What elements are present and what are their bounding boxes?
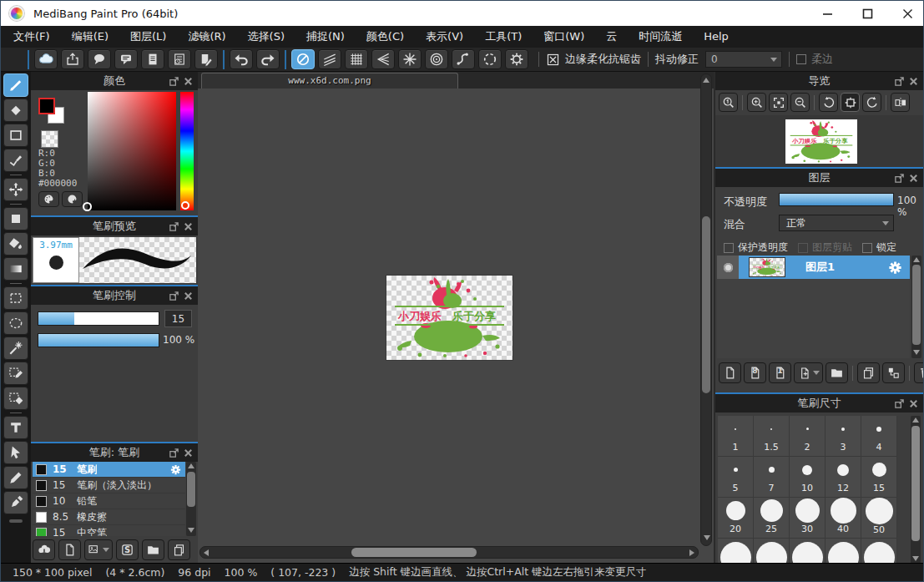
menu-layer[interactable]: 图层(L) [119, 26, 177, 48]
palette-add-button[interactable] [62, 191, 83, 207]
protect-alpha-group[interactable]: 保护透明度 [724, 240, 788, 255]
scrollbar-thumb[interactable] [911, 426, 920, 541]
tool-lasso[interactable] [3, 311, 28, 335]
tool-select-eraser[interactable] [3, 387, 28, 410]
tool-bucket[interactable] [3, 232, 28, 256]
snap-off-button[interactable] [291, 49, 315, 69]
scroll-down-arrow[interactable] [188, 528, 194, 533]
flip-horizontal-button[interactable] [891, 93, 910, 112]
merge-layer-button[interactable] [882, 362, 905, 383]
layer-folder-button[interactable] [826, 362, 848, 383]
brush-item[interactable]: 10 铅笔 [33, 493, 185, 509]
soft-edge-checkbox[interactable] [796, 54, 806, 64]
menu-select[interactable]: 选择(S) [237, 26, 295, 48]
brush-size-cell[interactable]: 2 [790, 416, 826, 457]
saturation-square[interactable] [88, 92, 176, 210]
scrollbar-thumb[interactable] [187, 472, 195, 507]
document-edit-button[interactable] [194, 49, 218, 69]
close-icon[interactable] [908, 76, 919, 87]
snap-concentric-button[interactable] [425, 49, 448, 69]
popout-icon[interactable] [169, 448, 179, 458]
tool-fill-rect[interactable] [3, 207, 28, 230]
close-icon[interactable] [908, 173, 919, 184]
brush-size-cell[interactable]: 10 [790, 457, 826, 498]
brush-script-button[interactable]: S [116, 539, 139, 560]
cloud-button[interactable] [34, 49, 58, 69]
rotate-ccw-button[interactable] [819, 93, 838, 112]
brush-item[interactable]: 15 笔刷 [33, 462, 185, 478]
tool-pen[interactable] [3, 466, 28, 489]
close-icon[interactable] [183, 76, 194, 87]
layer-opacity-slider[interactable] [779, 193, 894, 206]
new-1bit-layer-button[interactable]: 1 [769, 362, 791, 383]
tool-gradient[interactable] [3, 257, 28, 281]
transparent-color-swatch[interactable] [41, 130, 58, 148]
protect-alpha-checkbox[interactable] [724, 243, 734, 253]
menu-color[interactable]: 颜色(C) [356, 26, 415, 48]
add-layer-menu-button[interactable] [794, 362, 823, 383]
close-button[interactable] [898, 4, 916, 23]
comment-button[interactable] [88, 49, 111, 69]
navigator-viewport[interactable] [715, 115, 923, 167]
popout-icon[interactable] [169, 221, 179, 232]
menu-window[interactable]: 窗口(W) [533, 26, 595, 48]
brush-size-cell[interactable]: 20 [718, 498, 754, 539]
tool-select-rect[interactable] [3, 286, 28, 310]
scroll-down-arrow[interactable] [912, 556, 919, 561]
undo-button[interactable] [230, 49, 253, 69]
brush-size-cell[interactable]: 40 [826, 498, 861, 539]
brush-folder-button[interactable] [142, 539, 164, 560]
minimize-button[interactable] [818, 4, 836, 23]
brush-duplicate-button[interactable] [168, 539, 190, 560]
fit-screen-button[interactable] [769, 93, 788, 112]
brush-size-cell[interactable]: 25 [754, 498, 790, 539]
menu-tools[interactable]: 工具(T) [474, 26, 533, 48]
scroll-up-arrow[interactable] [703, 78, 709, 83]
tool-move[interactable] [3, 178, 28, 201]
palette-button[interactable] [38, 191, 59, 207]
export-button[interactable] [61, 49, 84, 69]
clipping-group[interactable]: 图层剪贴 [798, 240, 852, 255]
rotate-cw-button[interactable] [862, 93, 881, 112]
canvas-horizontal-scrollbar[interactable] [199, 546, 699, 559]
hue-selector[interactable] [181, 201, 189, 210]
document-button[interactable] [141, 49, 164, 69]
canvas-area[interactable]: www.x6d.com.png [198, 72, 714, 563]
snap-parallel-button[interactable] [318, 49, 341, 69]
brush-size-cell[interactable]: 1 [718, 416, 754, 457]
menu-view[interactable]: 表示(V) [415, 26, 474, 48]
document-history-button[interactable] [168, 49, 191, 69]
clipping-checkbox[interactable] [798, 243, 808, 253]
tool-figure[interactable] [3, 124, 28, 147]
brush-size-cell[interactable]: 30 [790, 498, 826, 539]
message-button[interactable] [114, 49, 138, 69]
canvas-vertical-scrollbar[interactable] [700, 73, 712, 546]
brush-opacity-slider[interactable] [38, 333, 159, 347]
hue-bar[interactable] [180, 92, 194, 210]
zoom-in-button[interactable] [747, 93, 766, 112]
popout-icon[interactable] [894, 76, 905, 87]
brush-size-cell[interactable] [754, 539, 790, 563]
new-8bit-layer-button[interactable]: 8 [744, 362, 766, 383]
brush-size-cell[interactable] [790, 539, 826, 563]
popout-icon[interactable] [169, 291, 179, 301]
reset-rotation-button[interactable] [841, 93, 860, 112]
zoom-out-button[interactable] [790, 93, 810, 112]
snap-radial-button[interactable] [398, 49, 422, 69]
layer-visibility-toggle[interactable] [717, 256, 739, 279]
tool-magic-wand[interactable] [3, 337, 28, 360]
menu-edit[interactable]: 编辑(E) [61, 26, 119, 48]
brush-size-cell[interactable] [861, 539, 897, 563]
foreground-color-swatch[interactable] [38, 98, 55, 114]
redo-button[interactable] [256, 49, 280, 69]
brush-cloud-download-button[interactable] [33, 539, 55, 560]
scrollbar-thumb[interactable] [351, 548, 477, 557]
scroll-left-arrow[interactable] [204, 549, 209, 556]
menu-help[interactable]: Help [693, 26, 740, 48]
canvas-image[interactable] [386, 276, 512, 360]
snap-grid-button[interactable] [345, 49, 368, 69]
close-icon[interactable] [183, 221, 194, 232]
scrollbar-thumb[interactable] [912, 265, 921, 345]
brush-size-cell[interactable]: 12 [826, 457, 861, 498]
close-icon[interactable] [183, 448, 194, 458]
